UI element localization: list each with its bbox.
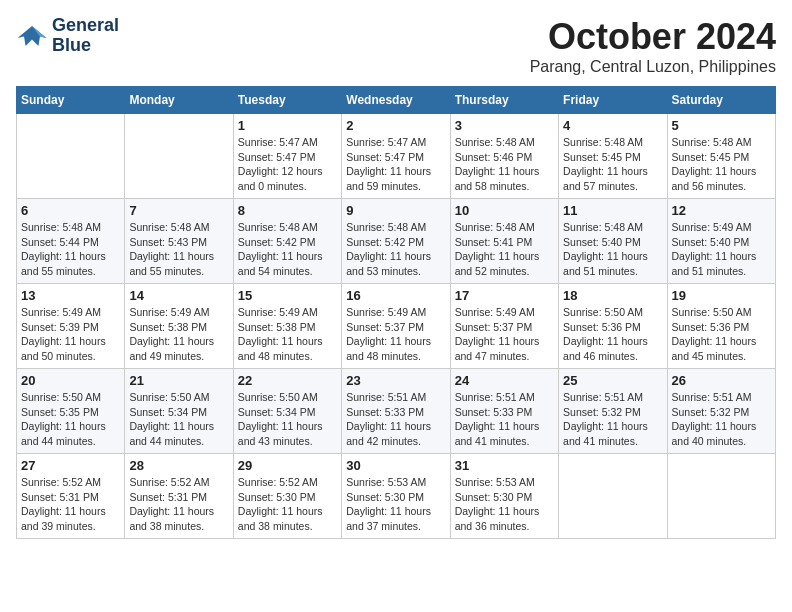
- day-number: 19: [672, 288, 771, 303]
- day-info: Sunrise: 5:53 AM Sunset: 5:30 PM Dayligh…: [455, 475, 554, 534]
- calendar-cell: 18Sunrise: 5:50 AM Sunset: 5:36 PM Dayli…: [559, 284, 667, 369]
- day-info: Sunrise: 5:48 AM Sunset: 5:45 PM Dayligh…: [672, 135, 771, 194]
- calendar-cell: 4Sunrise: 5:48 AM Sunset: 5:45 PM Daylig…: [559, 114, 667, 199]
- day-info: Sunrise: 5:50 AM Sunset: 5:36 PM Dayligh…: [672, 305, 771, 364]
- day-info: Sunrise: 5:51 AM Sunset: 5:33 PM Dayligh…: [346, 390, 445, 449]
- calendar-cell: 17Sunrise: 5:49 AM Sunset: 5:37 PM Dayli…: [450, 284, 558, 369]
- day-number: 23: [346, 373, 445, 388]
- day-info: Sunrise: 5:49 AM Sunset: 5:37 PM Dayligh…: [455, 305, 554, 364]
- day-number: 6: [21, 203, 120, 218]
- day-info: Sunrise: 5:51 AM Sunset: 5:32 PM Dayligh…: [672, 390, 771, 449]
- calendar-cell: 15Sunrise: 5:49 AM Sunset: 5:38 PM Dayli…: [233, 284, 341, 369]
- calendar-cell: 7Sunrise: 5:48 AM Sunset: 5:43 PM Daylig…: [125, 199, 233, 284]
- day-info: Sunrise: 5:47 AM Sunset: 5:47 PM Dayligh…: [238, 135, 337, 194]
- day-number: 11: [563, 203, 662, 218]
- day-number: 3: [455, 118, 554, 133]
- day-number: 5: [672, 118, 771, 133]
- day-of-week-header: Monday: [125, 87, 233, 114]
- day-number: 2: [346, 118, 445, 133]
- day-info: Sunrise: 5:48 AM Sunset: 5:43 PM Dayligh…: [129, 220, 228, 279]
- calendar-cell: [667, 454, 775, 539]
- day-info: Sunrise: 5:48 AM Sunset: 5:41 PM Dayligh…: [455, 220, 554, 279]
- calendar-cell: 20Sunrise: 5:50 AM Sunset: 5:35 PM Dayli…: [17, 369, 125, 454]
- day-info: Sunrise: 5:53 AM Sunset: 5:30 PM Dayligh…: [346, 475, 445, 534]
- calendar-cell: 11Sunrise: 5:48 AM Sunset: 5:40 PM Dayli…: [559, 199, 667, 284]
- calendar-cell: 19Sunrise: 5:50 AM Sunset: 5:36 PM Dayli…: [667, 284, 775, 369]
- day-of-week-header: Sunday: [17, 87, 125, 114]
- day-info: Sunrise: 5:49 AM Sunset: 5:37 PM Dayligh…: [346, 305, 445, 364]
- calendar-cell: 30Sunrise: 5:53 AM Sunset: 5:30 PM Dayli…: [342, 454, 450, 539]
- day-of-week-header: Wednesday: [342, 87, 450, 114]
- day-number: 28: [129, 458, 228, 473]
- day-number: 31: [455, 458, 554, 473]
- calendar-cell: [559, 454, 667, 539]
- day-info: Sunrise: 5:48 AM Sunset: 5:42 PM Dayligh…: [346, 220, 445, 279]
- calendar-cell: 12Sunrise: 5:49 AM Sunset: 5:40 PM Dayli…: [667, 199, 775, 284]
- day-number: 13: [21, 288, 120, 303]
- day-number: 20: [21, 373, 120, 388]
- day-number: 16: [346, 288, 445, 303]
- calendar-cell: 6Sunrise: 5:48 AM Sunset: 5:44 PM Daylig…: [17, 199, 125, 284]
- day-number: 1: [238, 118, 337, 133]
- day-info: Sunrise: 5:49 AM Sunset: 5:38 PM Dayligh…: [129, 305, 228, 364]
- day-info: Sunrise: 5:50 AM Sunset: 5:35 PM Dayligh…: [21, 390, 120, 449]
- page-header: General Blue October 2024 Parang, Centra…: [16, 16, 776, 76]
- logo-icon: [16, 22, 48, 50]
- logo-line2: Blue: [52, 36, 119, 56]
- day-number: 4: [563, 118, 662, 133]
- calendar-header-row: SundayMondayTuesdayWednesdayThursdayFrid…: [17, 87, 776, 114]
- calendar-cell: 16Sunrise: 5:49 AM Sunset: 5:37 PM Dayli…: [342, 284, 450, 369]
- day-of-week-header: Thursday: [450, 87, 558, 114]
- day-info: Sunrise: 5:49 AM Sunset: 5:39 PM Dayligh…: [21, 305, 120, 364]
- calendar-cell: 1Sunrise: 5:47 AM Sunset: 5:47 PM Daylig…: [233, 114, 341, 199]
- calendar-cell: 10Sunrise: 5:48 AM Sunset: 5:41 PM Dayli…: [450, 199, 558, 284]
- location-title: Parang, Central Luzon, Philippines: [530, 58, 776, 76]
- day-number: 25: [563, 373, 662, 388]
- calendar-cell: 13Sunrise: 5:49 AM Sunset: 5:39 PM Dayli…: [17, 284, 125, 369]
- day-info: Sunrise: 5:51 AM Sunset: 5:33 PM Dayligh…: [455, 390, 554, 449]
- calendar-cell: 28Sunrise: 5:52 AM Sunset: 5:31 PM Dayli…: [125, 454, 233, 539]
- day-info: Sunrise: 5:51 AM Sunset: 5:32 PM Dayligh…: [563, 390, 662, 449]
- day-info: Sunrise: 5:49 AM Sunset: 5:38 PM Dayligh…: [238, 305, 337, 364]
- calendar-cell: 9Sunrise: 5:48 AM Sunset: 5:42 PM Daylig…: [342, 199, 450, 284]
- calendar-cell: 3Sunrise: 5:48 AM Sunset: 5:46 PM Daylig…: [450, 114, 558, 199]
- day-number: 8: [238, 203, 337, 218]
- logo-line1: General: [52, 16, 119, 36]
- day-number: 15: [238, 288, 337, 303]
- calendar-cell: 14Sunrise: 5:49 AM Sunset: 5:38 PM Dayli…: [125, 284, 233, 369]
- calendar-cell: 5Sunrise: 5:48 AM Sunset: 5:45 PM Daylig…: [667, 114, 775, 199]
- calendar-cell: [17, 114, 125, 199]
- calendar-cell: 2Sunrise: 5:47 AM Sunset: 5:47 PM Daylig…: [342, 114, 450, 199]
- day-number: 14: [129, 288, 228, 303]
- day-info: Sunrise: 5:52 AM Sunset: 5:30 PM Dayligh…: [238, 475, 337, 534]
- day-number: 7: [129, 203, 228, 218]
- day-number: 9: [346, 203, 445, 218]
- day-of-week-header: Friday: [559, 87, 667, 114]
- day-number: 22: [238, 373, 337, 388]
- calendar-cell: 24Sunrise: 5:51 AM Sunset: 5:33 PM Dayli…: [450, 369, 558, 454]
- day-info: Sunrise: 5:49 AM Sunset: 5:40 PM Dayligh…: [672, 220, 771, 279]
- calendar-cell: 21Sunrise: 5:50 AM Sunset: 5:34 PM Dayli…: [125, 369, 233, 454]
- calendar-cell: 31Sunrise: 5:53 AM Sunset: 5:30 PM Dayli…: [450, 454, 558, 539]
- day-info: Sunrise: 5:50 AM Sunset: 5:34 PM Dayligh…: [238, 390, 337, 449]
- day-info: Sunrise: 5:50 AM Sunset: 5:36 PM Dayligh…: [563, 305, 662, 364]
- calendar-cell: [125, 114, 233, 199]
- day-info: Sunrise: 5:48 AM Sunset: 5:40 PM Dayligh…: [563, 220, 662, 279]
- day-number: 29: [238, 458, 337, 473]
- week-row: 20Sunrise: 5:50 AM Sunset: 5:35 PM Dayli…: [17, 369, 776, 454]
- day-number: 26: [672, 373, 771, 388]
- day-of-week-header: Tuesday: [233, 87, 341, 114]
- day-number: 21: [129, 373, 228, 388]
- day-number: 17: [455, 288, 554, 303]
- week-row: 27Sunrise: 5:52 AM Sunset: 5:31 PM Dayli…: [17, 454, 776, 539]
- calendar-table: SundayMondayTuesdayWednesdayThursdayFrid…: [16, 86, 776, 539]
- calendar-cell: 27Sunrise: 5:52 AM Sunset: 5:31 PM Dayli…: [17, 454, 125, 539]
- calendar-cell: 8Sunrise: 5:48 AM Sunset: 5:42 PM Daylig…: [233, 199, 341, 284]
- day-info: Sunrise: 5:48 AM Sunset: 5:42 PM Dayligh…: [238, 220, 337, 279]
- title-block: October 2024 Parang, Central Luzon, Phil…: [530, 16, 776, 76]
- day-number: 24: [455, 373, 554, 388]
- day-info: Sunrise: 5:48 AM Sunset: 5:46 PM Dayligh…: [455, 135, 554, 194]
- calendar-cell: 22Sunrise: 5:50 AM Sunset: 5:34 PM Dayli…: [233, 369, 341, 454]
- day-info: Sunrise: 5:47 AM Sunset: 5:47 PM Dayligh…: [346, 135, 445, 194]
- day-number: 30: [346, 458, 445, 473]
